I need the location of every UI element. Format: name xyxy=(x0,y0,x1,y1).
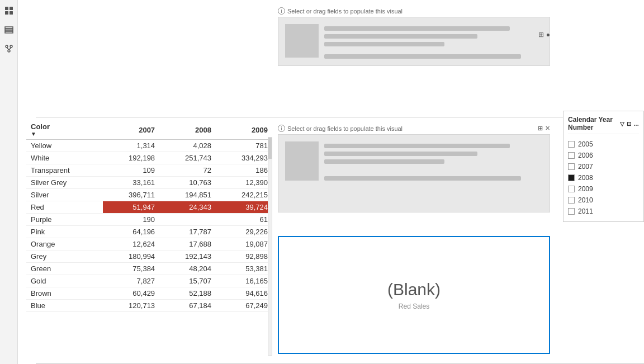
filter-icon[interactable]: ▽ xyxy=(620,121,624,127)
expand-icon[interactable]: ⊡ xyxy=(627,121,631,127)
cell-2007: 64,196 xyxy=(103,226,159,238)
table-row[interactable]: Silver Grey33,16110,76312,390 xyxy=(26,177,272,189)
table-row[interactable]: Blue120,71367,18467,249 xyxy=(26,300,272,312)
placeholder-card-1 xyxy=(278,17,550,66)
filter-label: 2009 xyxy=(578,185,593,193)
svg-rect-0 xyxy=(5,7,8,10)
table-row[interactable]: White192,198251,743334,293 xyxy=(26,152,272,164)
placeholder-hint-1: i Select or drag fields to populate this… xyxy=(278,7,550,15)
cell-color: Orange xyxy=(26,238,103,250)
table-row[interactable]: Grey180,994192,14392,898 xyxy=(26,250,272,263)
more-icon[interactable]: ● xyxy=(546,31,550,39)
table-row[interactable]: Brown60,42952,18894,616 xyxy=(26,287,272,300)
filter-item[interactable]: 2005 xyxy=(568,139,639,150)
table-row[interactable]: Silver396,711194,851242,215 xyxy=(26,189,272,201)
table-row[interactable]: Red51,94724,34339,724 xyxy=(26,201,272,214)
placeholder-text-1: Select or drag fields to populate this v… xyxy=(287,8,402,15)
table-body: Yellow1,3144,028781White192,198251,74333… xyxy=(26,140,272,312)
cell-color: Grey xyxy=(26,250,103,263)
cell-2008: 251,743 xyxy=(159,152,216,164)
table-icon[interactable]: ⊞ xyxy=(538,31,544,39)
info-icon-2: i xyxy=(278,125,285,132)
placeholder-line xyxy=(324,159,444,164)
cell-color: Yellow xyxy=(26,140,103,152)
cell-2008: 17,688 xyxy=(159,238,216,250)
filter-checkbox[interactable] xyxy=(568,174,575,181)
blank-card-title: (Blank) xyxy=(387,280,441,299)
cell-2009: 94,616 xyxy=(216,287,272,300)
cell-2009: 16,165 xyxy=(216,275,272,287)
table-row[interactable]: Transparent10972186 xyxy=(26,164,272,177)
svg-rect-5 xyxy=(5,29,13,31)
svg-rect-1 xyxy=(10,7,13,10)
filter-label: 2006 xyxy=(578,152,593,159)
cell-2008: 192,143 xyxy=(159,250,216,263)
filter-item[interactable]: 2009 xyxy=(568,183,639,195)
filter-checkbox[interactable] xyxy=(568,141,575,148)
cell-color: Gold xyxy=(26,275,103,287)
table-row[interactable]: Green75,38448,20453,381 xyxy=(26,263,272,275)
filter-item[interactable]: 2010 xyxy=(568,195,639,206)
table-row[interactable]: Yellow1,3144,028781 xyxy=(26,140,272,152)
table-row[interactable]: Gold7,82715,70716,165 xyxy=(26,275,272,287)
cell-color: Silver Grey xyxy=(26,177,103,189)
filter-items: 2005200620072008200920102011 xyxy=(568,139,639,217)
filter-item[interactable]: 2006 xyxy=(568,150,639,161)
col-header-color: Color ▼ xyxy=(26,120,103,140)
cell-2008: 15,707 xyxy=(159,275,216,287)
report-icon[interactable] xyxy=(4,6,14,16)
placeholder-line xyxy=(324,42,444,46)
filter-panel: Calendar Year Number ▽ ⊡ … 2005200620072… xyxy=(563,111,644,222)
data-table: Color ▼ 2007 2008 2009 Yellow1,3144,0287… xyxy=(26,120,272,312)
table-row[interactable]: Pink64,19617,78729,226 xyxy=(26,226,272,238)
section-divider xyxy=(36,117,644,118)
filter-label: 2008 xyxy=(578,174,593,182)
filter-checkbox[interactable] xyxy=(568,197,575,204)
cell-2007: 396,711 xyxy=(103,189,159,201)
cell-color: Brown xyxy=(26,287,103,300)
cell-color: Blue xyxy=(26,300,103,312)
cell-color: White xyxy=(26,152,103,164)
cell-2007: 192,198 xyxy=(103,152,159,164)
close-icon-2[interactable]: ✕ xyxy=(545,125,550,132)
cell-color: Red xyxy=(26,201,103,214)
filter-checkbox[interactable] xyxy=(568,186,575,192)
data-icon[interactable] xyxy=(4,25,14,35)
placeholder-line xyxy=(324,26,510,31)
table-row[interactable]: Purple19061 xyxy=(26,214,272,226)
filter-item[interactable]: 2011 xyxy=(568,206,639,217)
svg-line-11 xyxy=(9,48,11,50)
filter-checkbox[interactable] xyxy=(568,152,575,159)
filter-label: 2010 xyxy=(578,196,593,204)
scroll-thumb[interactable] xyxy=(268,138,272,159)
model-icon[interactable] xyxy=(4,44,14,54)
data-table-container: Color ▼ 2007 2008 2009 Yellow1,3144,0287… xyxy=(26,120,272,356)
cell-2008 xyxy=(159,214,216,226)
filter-checkbox[interactable] xyxy=(568,208,575,215)
placeholder-visual-1: i Select or drag fields to populate this… xyxy=(267,3,561,117)
sidebar xyxy=(0,0,18,364)
placeholder-line xyxy=(324,34,477,39)
filter-checkbox[interactable] xyxy=(568,163,575,170)
cell-2007: 75,384 xyxy=(103,263,159,275)
placeholder-lines-1 xyxy=(324,24,543,59)
col-header-2007: 2007 xyxy=(103,120,159,140)
cell-2009: 92,898 xyxy=(216,250,272,263)
blank-card[interactable]: (Blank) Red Sales xyxy=(278,236,550,354)
cell-2009: 12,390 xyxy=(216,177,272,189)
cell-2007: 60,429 xyxy=(103,287,159,300)
table-row[interactable]: Orange12,62417,68819,087 xyxy=(26,238,272,250)
filter-item[interactable]: 2008 xyxy=(568,172,639,183)
cell-color: Transparent xyxy=(26,164,103,177)
filter-label: 2007 xyxy=(578,163,593,171)
scrollbar[interactable] xyxy=(268,137,272,356)
svg-point-9 xyxy=(8,50,10,52)
card-toolbar-1: ⊞ ● xyxy=(538,31,550,39)
placeholder-line xyxy=(324,144,510,148)
svg-rect-2 xyxy=(5,11,8,15)
more-options-icon[interactable]: … xyxy=(633,121,639,127)
cell-2008: 17,787 xyxy=(159,226,216,238)
svg-line-10 xyxy=(7,48,9,50)
chart-icon-2[interactable]: ⊞ xyxy=(538,125,543,132)
filter-item[interactable]: 2007 xyxy=(568,161,639,172)
